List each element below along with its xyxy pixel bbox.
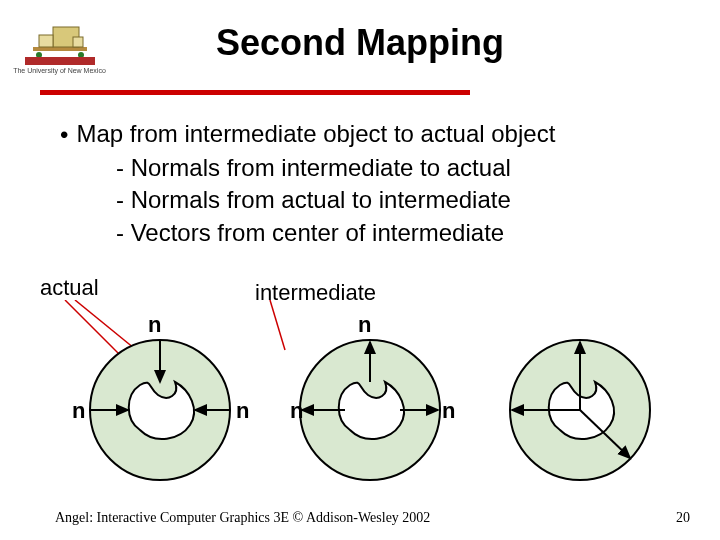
- diagram-area: n n n n n n: [40, 300, 680, 490]
- slide-title: Second Mapping: [0, 22, 720, 64]
- n-label: n: [148, 312, 161, 337]
- diagram-2: n n n: [290, 312, 455, 480]
- diagram-1: n n n: [72, 312, 249, 480]
- logo-caption: The University of New Mexico: [12, 67, 107, 74]
- n-label: n: [442, 398, 455, 423]
- sub-bullet-1: - Normals from intermediate to actual: [116, 152, 660, 184]
- n-label: n: [236, 398, 249, 423]
- bullet-main-text: Map from intermediate object to actual o…: [76, 120, 555, 147]
- n-label: n: [290, 398, 303, 423]
- title-rule: [40, 90, 470, 95]
- footer-credit: Angel: Interactive Computer Graphics 3E …: [55, 510, 430, 526]
- svg-line-7: [65, 300, 120, 355]
- sub-bullet-2: - Normals from actual to intermediate: [116, 184, 660, 216]
- n-label: n: [72, 398, 85, 423]
- svg-line-9: [270, 300, 285, 350]
- bullet-dot-icon: •: [60, 121, 68, 148]
- page-number: 20: [676, 510, 690, 526]
- diagram-3: [510, 340, 650, 480]
- label-actual: actual: [40, 275, 99, 301]
- body-text: •Map from intermediate object to actual …: [60, 118, 660, 249]
- bullet-main: •Map from intermediate object to actual …: [60, 118, 660, 152]
- sub-bullet-3: - Vectors from center of intermediate: [116, 217, 660, 249]
- n-label: n: [358, 312, 371, 337]
